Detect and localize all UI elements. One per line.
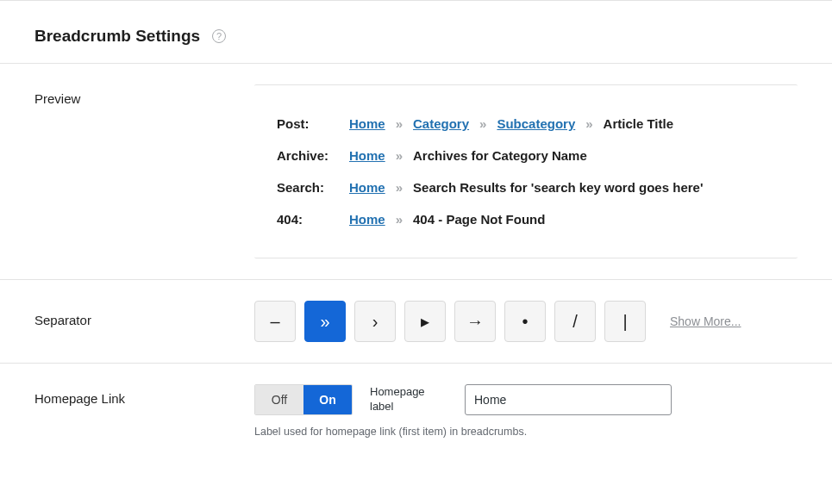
homepage-link-section: Homepage Link Off On Homepage label Labe…: [0, 364, 832, 458]
page-title: Breadcrumb Settings: [34, 27, 200, 46]
preview-row-label: Post:: [277, 116, 339, 131]
breadcrumb-link-home[interactable]: Home: [349, 148, 385, 163]
separator-option-dash[interactable]: –: [254, 301, 296, 342]
breadcrumb-current: Article Title: [604, 116, 673, 131]
separator-option-raquo[interactable]: »: [304, 301, 346, 342]
homepage-label-text: Homepage label: [370, 385, 447, 414]
separator-option-triangle[interactable]: ▸: [404, 301, 446, 342]
breadcrumb-link-home[interactable]: Home: [349, 180, 385, 195]
separator-section: Separator – » › ▸ → • / | Show More...: [0, 280, 832, 364]
preview-row-label: Archive:: [277, 148, 339, 163]
breadcrumb-link-category[interactable]: Category: [413, 116, 469, 131]
homepage-link-label: Homepage Link: [34, 384, 254, 406]
preview-row-search: Search: Home » Search Results for 'searc…: [277, 171, 775, 203]
separator-icon: »: [396, 180, 403, 195]
preview-row-post: Post: Home » Category » Subcategory » Ar…: [277, 108, 775, 140]
separator-icon: »: [479, 116, 486, 131]
homepage-link-description: Label used for homepage link (first item…: [254, 426, 798, 438]
homepage-label-input[interactable]: [465, 384, 672, 415]
separator-option-bullet[interactable]: •: [504, 301, 546, 342]
homepage-link-toggle: Off On: [254, 384, 353, 415]
separator-option-slash[interactable]: /: [554, 301, 596, 342]
preview-label: Preview: [34, 84, 254, 106]
separator-icon: »: [396, 116, 403, 131]
separator-label: Separator: [34, 301, 254, 327]
help-icon[interactable]: ?: [212, 29, 226, 43]
toggle-off-button[interactable]: Off: [255, 385, 303, 414]
preview-row-label: Search:: [277, 180, 339, 195]
separator-option-pipe[interactable]: |: [604, 301, 646, 342]
preview-row-label: 404:: [277, 212, 339, 227]
preview-row-404: 404: Home » 404 - Page Not Found: [277, 203, 775, 235]
separator-option-arrow[interactable]: →: [454, 301, 496, 342]
separator-icon: »: [585, 116, 592, 131]
breadcrumb-current: 404 - Page Not Found: [413, 212, 545, 227]
breadcrumb-link-home[interactable]: Home: [349, 116, 385, 131]
toggle-on-button[interactable]: On: [303, 385, 352, 414]
breadcrumb-current: Archives for Category Name: [413, 148, 587, 163]
separator-option-rsaquo[interactable]: ›: [354, 301, 396, 342]
preview-section: Preview Post: Home » Category » Subcateg…: [0, 64, 832, 280]
breadcrumb-current: Search Results for 'search key word goes…: [413, 180, 703, 195]
preview-row-archive: Archive: Home » Archives for Category Na…: [277, 140, 775, 171]
separator-icon: »: [396, 212, 403, 227]
separator-options: – » › ▸ → • / | Show More...: [254, 301, 798, 342]
breadcrumb-link-subcategory[interactable]: Subcategory: [497, 116, 575, 131]
page-header: Breadcrumb Settings ?: [0, 1, 832, 64]
show-more-link[interactable]: Show More...: [670, 314, 741, 328]
separator-icon: »: [396, 148, 403, 163]
preview-card: Post: Home » Category » Subcategory » Ar…: [254, 84, 798, 258]
breadcrumb-link-home[interactable]: Home: [349, 212, 385, 227]
